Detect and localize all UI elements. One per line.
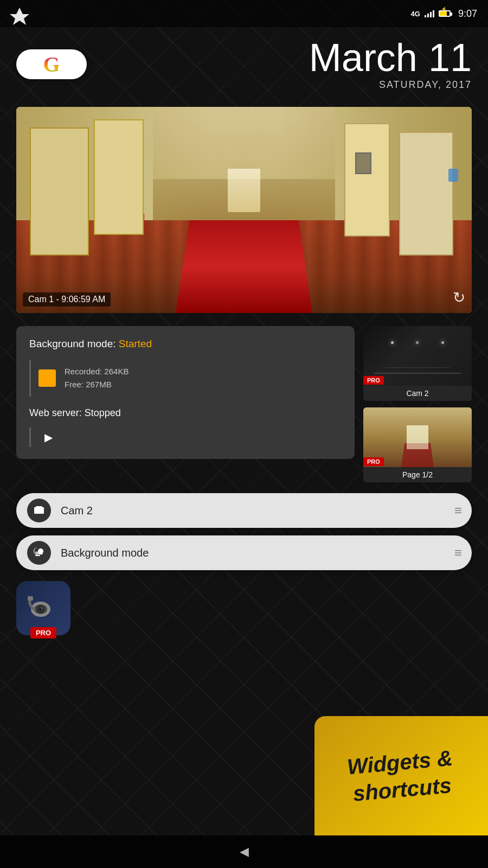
cam2-shortcut-label: Cam 2	[61, 505, 454, 517]
svg-rect-2	[35, 553, 43, 554]
pro-badge-app: PRO	[30, 627, 56, 639]
svg-rect-8	[28, 596, 33, 601]
date-area: March 11 SATURDAY, 2017	[309, 38, 472, 91]
cam2-shortcut-menu-icon[interactable]: ≡	[454, 503, 461, 518]
widgets-promo-banner: Widgets &shortcuts	[314, 716, 488, 835]
picture-frame	[355, 152, 371, 174]
cam-thumbnails: PRO Cam 2 PRO Page 1/2	[363, 326, 472, 482]
svg-point-9	[41, 608, 43, 609]
security-cam-icon	[24, 592, 62, 624]
signal-strength-icon	[425, 10, 434, 17]
web-server-controls: ▶	[29, 427, 342, 447]
background-mode-stats: Recorded: 264KB Free: 267MB	[29, 360, 342, 397]
page-label: Page 1/2	[363, 467, 472, 482]
day-display: SATURDAY, 2017	[309, 79, 472, 91]
svg-rect-3	[35, 555, 40, 556]
background-mode-menu-icon[interactable]: ≡	[454, 545, 461, 560]
background-mode-shortcut[interactable]: Background mode ≡	[16, 535, 472, 570]
door-left-2	[94, 119, 144, 235]
cam2-shortcut[interactable]: Cam 2 ≡	[16, 493, 472, 528]
background-mode-shortcut-label: Background mode	[61, 547, 454, 559]
door-left	[30, 127, 89, 256]
background-mode-shortcut-icon	[27, 541, 51, 565]
camera-icon	[33, 504, 46, 517]
network-type-label: 4G	[411, 10, 420, 18]
control-panel: Background mode: Started Recorded: 264KB…	[16, 326, 472, 482]
sign-icon	[448, 169, 458, 182]
cam2-thumbnail[interactable]: PRO Cam 2	[363, 326, 472, 401]
back-button[interactable]: ◀	[240, 845, 249, 859]
stats-text: Recorded: 264KB Free: 267MB	[65, 365, 129, 391]
web-server-status: Web server: Stopped	[29, 407, 342, 419]
notification-icon	[10, 7, 29, 28]
status-bar: 4G ⚡ 9:07	[0, 0, 488, 27]
bottom-navigation: ◀	[0, 835, 488, 868]
svg-marker-0	[10, 8, 29, 25]
pro-badge-cam2: PRO	[363, 376, 384, 385]
page-indicator[interactable]: PRO Page 1/2	[363, 407, 472, 482]
background-mode-status: Started	[119, 338, 152, 349]
background-mode-card: Background mode: Started Recorded: 264KB…	[16, 326, 355, 459]
sleep-icon	[33, 546, 46, 559]
promo-text: Widgets &shortcuts	[341, 738, 463, 813]
header-area: G March 11 SATURDAY, 2017	[0, 27, 488, 96]
play-button[interactable]: ▶	[38, 427, 58, 447]
background-mode-title: Background mode: Started	[29, 338, 342, 350]
pro-badge-page: PRO	[363, 457, 384, 466]
svg-rect-1	[35, 552, 43, 553]
shortcut-buttons: Cam 2 ≡ Background mode ≡	[16, 493, 472, 570]
cam2-label: Cam 2	[363, 386, 472, 401]
cam-timestamp: Cam 1 - 9:06:59 AM	[23, 292, 111, 307]
google-logo: G	[43, 52, 60, 77]
date-display: March 11	[309, 38, 472, 77]
door-right	[399, 132, 454, 256]
app-icon-wrap[interactable]: PRO	[16, 581, 70, 635]
cam-refresh-button[interactable]: ↻	[453, 289, 465, 307]
door-right-2	[344, 123, 390, 237]
google-search-button[interactable]: G	[16, 49, 87, 79]
time-display: 9:07	[458, 8, 477, 20]
battery-icon: ⚡	[439, 10, 451, 17]
recording-indicator	[38, 369, 56, 387]
cam2-shortcut-icon	[27, 499, 51, 522]
bottom-area: PRO	[16, 581, 472, 635]
camera-feed[interactable]: 135 Cam 1 - 9:06:59 AM ↻	[16, 107, 472, 313]
